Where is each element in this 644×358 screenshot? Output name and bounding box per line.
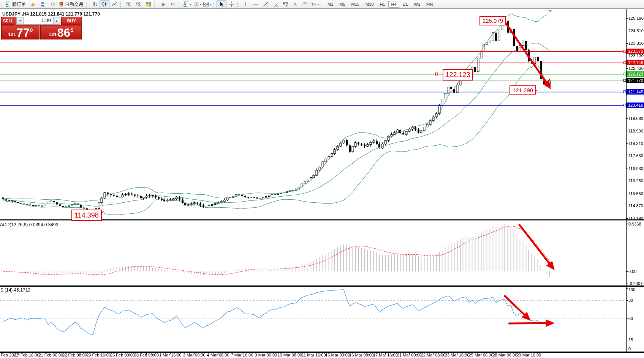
period-icon <box>193 1 199 7</box>
volume-decrease-button[interactable]: ▼ <box>17 17 24 24</box>
indicators-icon <box>203 1 209 7</box>
time-tick: 9 Mar 00:00 <box>255 353 277 357</box>
time-tick: 7 Mar 16:00 <box>231 353 253 357</box>
time-tick: 25 Mar 00:00 <box>469 353 494 357</box>
timeframe-h4-button[interactable]: H4 <box>388 1 399 8</box>
buy-price[interactable]: 121865 <box>40 25 82 39</box>
price-tick: 119.690 <box>628 116 643 121</box>
timeframe-m5-button[interactable]: M5 <box>337 1 348 8</box>
label-button[interactable]: T <box>300 0 310 8</box>
price-tick: 116.930 <box>628 166 643 171</box>
buy-price-prefix: 121 <box>49 32 57 37</box>
timeframe-w1-button[interactable]: W1 <box>411 1 423 8</box>
price-tag: 122.748 <box>627 60 644 65</box>
price-tick: 123.130 <box>628 54 644 58</box>
svg-text:E: E <box>277 5 278 7</box>
timeframe-mn-button[interactable]: MN <box>424 1 435 8</box>
timeframe-h1-button[interactable]: H1 <box>377 1 388 8</box>
time-tick: 23 Mar 16:00 <box>445 353 470 357</box>
zoom-in-button[interactable] <box>124 0 134 8</box>
time-tick: 4 Mar 08:00 <box>207 353 229 357</box>
toolbar-grip <box>154 2 157 7</box>
time-tick: 25 Feb 00:00 <box>110 353 135 357</box>
new-order-button-label: 新订单 <box>11 1 27 8</box>
vertical-line-button[interactable] <box>241 0 251 8</box>
chevron-down-icon[interactable]: ▾ <box>190 3 191 6</box>
rsi-axis-tick: 80 <box>628 298 633 303</box>
vertical-line-icon <box>243 1 249 7</box>
line-chart-icon <box>111 1 117 7</box>
period-button[interactable]: ▾ <box>192 0 202 8</box>
channel-icon: E <box>272 1 278 7</box>
new-order-icon <box>5 1 11 7</box>
chart-shift-icon <box>170 1 176 7</box>
time-tick: 11 Mar 16:00 <box>302 353 326 357</box>
candle-chart-button[interactable] <box>100 0 109 8</box>
chevron-down-icon[interactable]: ▾ <box>317 3 319 6</box>
time-tick: 10 Mar 08:00 <box>277 353 302 357</box>
timeframe-m30-button[interactable]: M30 <box>363 1 376 8</box>
chart-area[interactable] <box>0 0 644 358</box>
macd-axis-tick: 0.9368 <box>628 222 641 226</box>
price-annotation[interactable]: 121.290 <box>510 85 536 95</box>
auto-trading-button[interactable]: 自动交易 <box>57 0 85 8</box>
new-order-button[interactable]: 新订单 <box>5 0 28 8</box>
text-button[interactable]: A <box>290 0 300 8</box>
chart-symbol-title: USDJPY-,H4 121.815 121.841 121.770 121.7… <box>2 11 100 17</box>
price-annotation[interactable]: 125.079 <box>479 16 506 25</box>
price-annotation[interactable]: 122.123 <box>443 69 473 80</box>
auto-trading-button-label: 自动交易 <box>64 1 84 8</box>
time-tick: 1 Mar 16:00 <box>159 353 182 357</box>
channel-button[interactable]: E <box>271 0 280 8</box>
horizontal-line-button[interactable] <box>251 0 261 8</box>
quick-trade-icon[interactable] <box>28 0 38 8</box>
auto-scroll-button[interactable] <box>158 0 168 8</box>
timeframe-m15-button[interactable]: M15 <box>349 1 362 8</box>
volume-value[interactable]: 1.00 <box>24 17 53 24</box>
time-tick: 15 Mar 00:00 <box>325 353 350 357</box>
arrows-button[interactable]: ▾ <box>310 0 320 8</box>
indicators-button[interactable]: ▾ <box>202 0 212 8</box>
volume-stepper[interactable]: ▼ 1.00 ▲ <box>16 17 60 25</box>
price-annotation[interactable]: 114.398 <box>71 210 102 221</box>
price-tick: 118.990 <box>628 129 643 133</box>
timeframe-m1-button[interactable]: M1 <box>325 1 336 8</box>
new-chart-button[interactable]: ▾ <box>182 0 192 8</box>
trendline-button[interactable] <box>261 0 271 8</box>
time-tick: 17 Feb 16:00 <box>14 353 39 357</box>
buy-price-big: 86 <box>57 28 70 38</box>
crosshair-button[interactable] <box>226 0 236 8</box>
zoom-out-button[interactable] <box>134 0 144 8</box>
signal-icon[interactable] <box>47 0 57 8</box>
sell-button[interactable]: SELL <box>1 17 16 25</box>
chevron-down-icon[interactable]: ▾ <box>209 3 211 6</box>
zoom-in-icon <box>126 1 132 7</box>
price-tick: 114.190 <box>628 216 643 221</box>
tile-windows-button[interactable] <box>144 0 153 8</box>
volume-increase-button[interactable]: ▲ <box>53 17 60 24</box>
toolbar-grip <box>237 2 239 7</box>
chart-shift-button[interactable] <box>168 0 178 8</box>
line-chart-button[interactable] <box>109 0 119 8</box>
rsi-axis-tick: 15 <box>628 337 633 342</box>
sell-price[interactable]: 121770 <box>1 25 40 39</box>
price-tick: 115.550 <box>628 191 643 196</box>
svg-text:T: T <box>304 2 306 6</box>
timeframe-d1-button[interactable]: D1 <box>400 1 411 8</box>
price-tag: 120.416 <box>627 103 644 108</box>
svg-text:A: A <box>293 2 297 7</box>
fibonacci-button[interactable]: F <box>280 0 290 8</box>
candle-chart-icon <box>101 1 108 7</box>
profile-icon-icon <box>40 1 46 7</box>
buy-button[interactable]: BUY <box>61 17 82 25</box>
toolbar-grip <box>213 2 215 7</box>
price-tick: 116.250 <box>628 178 643 183</box>
new-chart-icon <box>183 1 189 7</box>
cursor-button[interactable] <box>217 0 226 8</box>
time-tick: 3 Mar 00:00 <box>183 353 206 357</box>
bar-chart-button[interactable] <box>90 0 100 8</box>
price-tag: 121.145 <box>627 89 644 95</box>
quick-trade-icon-icon <box>30 1 36 7</box>
chevron-down-icon[interactable]: ▾ <box>199 3 201 6</box>
profile-icon[interactable] <box>38 0 47 8</box>
